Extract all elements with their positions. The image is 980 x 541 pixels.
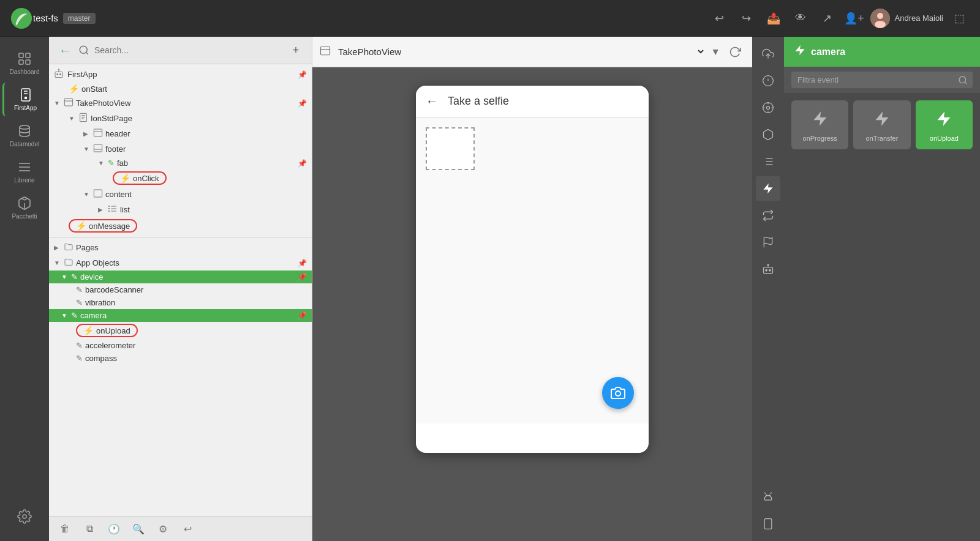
tree-label-footer: footer	[105, 144, 307, 154]
svg-marker-74	[813, 111, 826, 125]
view-selector[interactable]: TakePhotoView	[336, 46, 706, 58]
sidebar-publish[interactable]	[756, 42, 780, 66]
svg-point-14	[23, 515, 26, 518]
tree-item-onmessage[interactable]: ⚡ onMessage	[49, 217, 312, 234]
right-sidebar-thin	[752, 37, 784, 541]
tree-item-firstapp[interactable]: FirstApp 📌	[49, 67, 312, 82]
nav-firstapp-label: FirstApp	[14, 105, 37, 111]
lightning-icon-onmessage: ⚡	[76, 221, 86, 231]
tree-item-onclick[interactable]: ⚡ onClick	[49, 170, 312, 187]
phone-mockup: ← Take a selfie	[416, 86, 649, 453]
tree-item-list[interactable]: ▶ list	[49, 202, 312, 217]
event-card-onupload[interactable]: onUpload	[916, 100, 973, 149]
left-panel-toolbar: ← +	[49, 37, 312, 64]
tree-item-appobjects[interactable]: ▼ App Objects 📌	[49, 255, 312, 270]
nav-settings[interactable]	[2, 504, 47, 531]
camera-panel-icon	[794, 44, 806, 59]
redo-button[interactable]: ↪	[736, 7, 758, 29]
event-card-ontransfer[interactable]: onTransfer	[853, 100, 910, 149]
tree-item-ionstdpage[interactable]: ▼ IonStdPage	[49, 111, 312, 126]
tree-item-camera[interactable]: ▼ ✎ camera 📌	[49, 309, 312, 322]
onprogress-icon	[812, 110, 829, 131]
tree-item-device[interactable]: ▼ ✎ device 📌	[49, 270, 312, 283]
share-button[interactable]: ↗	[816, 7, 839, 29]
tree-label-device: device	[80, 272, 297, 282]
svg-point-64	[769, 269, 771, 271]
sidebar-events[interactable]	[756, 176, 780, 201]
nav-pacchetti[interactable]: Pacchetti	[2, 191, 47, 225]
tree-label-onclick: onClick	[133, 174, 159, 183]
branch-badge[interactable]: master	[63, 13, 96, 24]
add-user-button[interactable]: 👤+	[843, 7, 865, 29]
svg-point-72	[959, 76, 966, 83]
sidebar-info[interactable]	[756, 69, 780, 93]
publish-button[interactable]: 📤	[763, 7, 785, 29]
tree-item-fab[interactable]: ▼ ✎ fab 📌	[49, 157, 312, 170]
object-icon-camera: ✎	[71, 311, 78, 320]
svg-line-16	[86, 52, 88, 54]
canvas-refresh-button[interactable]	[725, 42, 745, 62]
tree-label-header: header	[105, 129, 307, 138]
preview-button[interactable]: 👁	[790, 7, 812, 29]
sidebar-list[interactable]	[756, 149, 780, 174]
tree-label-vibration: vibration	[85, 298, 307, 307]
duplicate-button[interactable]: ⧉	[81, 520, 98, 537]
sidebar-flow[interactable]	[756, 203, 780, 228]
nav-datamodel[interactable]: Datamodel	[2, 119, 47, 152]
tree-label-content: content	[105, 190, 307, 199]
search-button[interactable]: 🔍	[130, 520, 147, 537]
tree-item-onupload[interactable]: ⚡ onUpload	[49, 322, 312, 339]
photo-placeholder	[426, 127, 475, 170]
tree-item-vibration[interactable]: ✎ vibration	[49, 296, 312, 309]
sidebar-mobile[interactable]	[756, 512, 780, 536]
nav-librerie[interactable]: Librerie	[2, 155, 47, 188]
object-icon-device: ✎	[71, 272, 78, 282]
tree-label-appobjects: App Objects	[76, 258, 298, 267]
nav-dashboard[interactable]: Dashboard	[2, 47, 47, 80]
tree-item-pages[interactable]: ▶ Pages	[49, 240, 312, 255]
back-button[interactable]: ←	[56, 42, 74, 59]
svg-rect-6	[19, 60, 23, 64]
app-logo	[10, 7, 33, 30]
svg-point-68	[769, 495, 771, 496]
chevron-fab: ▼	[98, 160, 108, 166]
svg-rect-30	[94, 129, 102, 136]
sidebar-cube[interactable]	[756, 122, 780, 147]
tree-item-header[interactable]: ▶ header	[49, 126, 312, 141]
tree-item-barcodescanner[interactable]: ✎ barcodeScanner	[49, 283, 312, 296]
settings-button[interactable]: ⚙	[154, 520, 172, 537]
fab-camera-button[interactable]	[602, 377, 634, 409]
search-input[interactable]	[94, 45, 282, 55]
undo-tree-button[interactable]: ↩	[179, 520, 196, 537]
lightning-icon-onupload: ⚡	[83, 326, 94, 335]
sidebar-bot[interactable]	[756, 257, 780, 282]
filter-events-input[interactable]	[791, 72, 973, 88]
tree-label-fab: fab	[117, 159, 298, 168]
sidebar-android[interactable]	[756, 485, 780, 509]
svg-marker-76	[938, 111, 951, 125]
undo-button[interactable]: ↩	[709, 7, 731, 29]
phone-header: ← Take a selfie	[416, 86, 649, 118]
svg-point-21	[58, 69, 59, 70]
chevron-pages: ▶	[54, 244, 64, 251]
tree-item-footer[interactable]: ▼ footer	[49, 141, 312, 157]
logout-button[interactable]: ⬚	[948, 7, 970, 29]
delete-button[interactable]: 🗑	[56, 520, 74, 537]
event-card-onprogress[interactable]: onProgress	[791, 100, 848, 149]
tree-label-onstart: onStart	[81, 84, 107, 94]
history-button[interactable]: 🕐	[105, 520, 123, 537]
add-item-button[interactable]: +	[287, 42, 304, 59]
nav-firstapp[interactable]: FirstApp	[2, 83, 47, 116]
tree-item-takephotoview[interactable]: ▼ TakePhotoView 📌	[49, 95, 312, 111]
tree-item-compass[interactable]: ✎ compass	[49, 352, 312, 365]
view-icon-canvas	[320, 45, 331, 59]
tree-item-onstart[interactable]: ⚡ onStart	[49, 82, 312, 95]
nav-librerie-label: Librerie	[14, 177, 34, 184]
sidebar-flag[interactable]	[756, 230, 780, 255]
svg-point-63	[766, 269, 767, 271]
tree-item-accelerometer[interactable]: ✎ accelerometer	[49, 339, 312, 352]
top-bar-actions: ↩ ↪ 📤 👁 ↗ 👤+ Andrea Maioli ⬚	[709, 7, 971, 29]
phone-back-button[interactable]: ←	[426, 94, 438, 108]
tree-item-content[interactable]: ▼ content	[49, 187, 312, 202]
sidebar-palette[interactable]	[756, 95, 780, 120]
